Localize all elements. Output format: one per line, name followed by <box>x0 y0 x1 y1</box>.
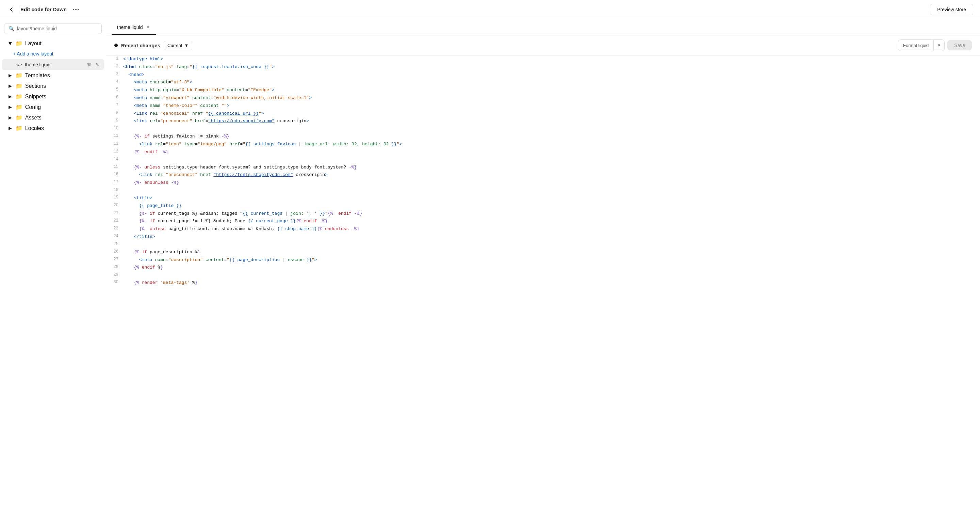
sidebar-item-layout[interactable]: ▼ 📁 Layout <box>2 38 104 49</box>
code-line: 20 {{ page_title }} <box>106 202 980 210</box>
sidebar-label-templates: Templates <box>25 73 50 79</box>
folder-icon-snippets: 📁 <box>16 93 22 100</box>
chevron-right-icon-locales: ► <box>8 125 13 131</box>
chevron-down-icon: ▼ <box>8 40 13 47</box>
sidebar-item-snippets[interactable]: ► 📁 Snippets <box>2 91 104 102</box>
file-item-theme-liquid[interactable]: </> theme.liquid 🗑 ✎ <box>2 59 104 70</box>
code-line: 1 <!doctype html> <box>106 56 980 63</box>
code-line: 13 {%- endif -%} <box>106 148 980 156</box>
chevron-right-icon-config: ► <box>8 104 13 110</box>
search-box[interactable]: 🔍 <box>4 23 102 34</box>
code-line: 12 <link rel="icon" type="image/png" hre… <box>106 140 980 148</box>
sidebar-item-templates[interactable]: ► 📁 Templates <box>2 70 104 81</box>
recent-changes-label: Recent changes <box>121 43 160 48</box>
code-line: 6 <meta name="viewport" content="width=d… <box>106 94 980 102</box>
more-menu-button[interactable] <box>71 8 81 11</box>
folder-icon-assets: 📁 <box>16 115 22 121</box>
code-line: 27 <meta name="description" content="{{ … <box>106 256 980 264</box>
code-line: 11 {%- if settings.favicon != blank -%} <box>106 133 980 140</box>
sidebar-label-snippets: Snippets <box>25 94 46 100</box>
chevron-right-icon: ► <box>8 73 13 79</box>
code-line: 14 <box>106 156 980 164</box>
code-line: 26 {% if page_description %} <box>106 248 980 256</box>
tab-bar: theme.liquid ✕ <box>106 19 980 35</box>
chevron-right-icon-sections: ► <box>8 83 13 89</box>
preview-store-button[interactable]: Preview store <box>930 4 973 15</box>
code-line: 8 <link rel="canonical" href="{{ canonic… <box>106 110 980 118</box>
folder-icon-config: 📁 <box>16 104 22 110</box>
edit-file-button[interactable]: ✎ <box>94 61 100 68</box>
recent-changes-section: Recent changes Current ▼ <box>115 41 192 50</box>
delete-file-button[interactable]: 🗑 <box>86 61 92 68</box>
add-layout-link[interactable]: + Add a new layout <box>2 49 104 59</box>
back-button[interactable] <box>7 5 16 14</box>
folder-icon-locales: 📁 <box>16 125 22 131</box>
sidebar-item-locales[interactable]: ► 📁 Locales <box>2 123 104 134</box>
file-icon: </> <box>16 62 22 67</box>
code-line: 28 {% endif %} <box>106 264 980 272</box>
code-line: 7 <meta name="theme-color" content=""> <box>106 102 980 110</box>
code-line: 17 {%- endunless -%} <box>106 179 980 187</box>
sidebar-item-sections[interactable]: ► 📁 Sections <box>2 81 104 91</box>
tab-label-theme-liquid: theme.liquid <box>117 24 143 30</box>
code-line: 3 <head> <box>106 71 980 79</box>
current-label: Current <box>167 43 182 48</box>
chevron-down-icon: ▼ <box>184 43 189 48</box>
topbar: Edit code for Dawn Preview store <box>0 0 980 19</box>
code-line: 18 <box>106 187 980 194</box>
file-label-theme-liquid: theme.liquid <box>25 62 51 67</box>
toolbar-right: Format liquid ▼ Save <box>898 40 972 51</box>
code-line: 30 {% render 'meta-tags' %} <box>106 279 980 287</box>
sidebar-label-locales: Locales <box>25 125 44 131</box>
code-line: 22 {%- if current_page != 1 %} &ndash; P… <box>106 218 980 225</box>
folder-icon: 📁 <box>16 40 22 47</box>
format-liquid-label[interactable]: Format liquid <box>898 40 933 50</box>
code-line: 5 <meta http-equiv="X-UA-Compatible" con… <box>106 86 980 94</box>
code-line: 25 <box>106 241 980 248</box>
save-button[interactable]: Save <box>947 40 972 50</box>
content-area: theme.liquid ✕ Recent changes Current ▼ … <box>106 19 980 516</box>
code-line: 21 {%- if current_tags %} &ndash; tagged… <box>106 210 980 218</box>
code-line: 24 </title> <box>106 233 980 241</box>
search-icon: 🔍 <box>8 26 14 31</box>
page-title: Edit code for Dawn <box>21 6 67 12</box>
code-line: 2 <html class="no-js" lang="{{ request.l… <box>106 63 980 71</box>
code-editor[interactable]: 1 <!doctype html> 2 <html class="no-js" … <box>106 56 980 516</box>
close-tab-button[interactable]: ✕ <box>146 24 150 30</box>
sidebar-item-assets[interactable]: ► 📁 Assets <box>2 112 104 123</box>
recent-changes-dot <box>115 43 118 47</box>
sidebar-label-sections: Sections <box>25 83 46 89</box>
chevron-right-icon-assets: ► <box>8 115 13 121</box>
sidebar-label-config: Config <box>25 104 41 110</box>
code-line: 23 {%- unless page_title contains shop.n… <box>106 225 980 233</box>
topbar-left: Edit code for Dawn <box>7 5 81 14</box>
code-line: 4 <meta charset="utf-8"> <box>106 79 980 86</box>
format-chevron-icon[interactable]: ▼ <box>934 41 944 50</box>
code-line: 29 <box>106 272 980 279</box>
main-layout: 🔍 ▼ 📁 Layout + Add a new layout </> them… <box>0 19 980 516</box>
code-line: 15 {%- unless settings.type_header_font.… <box>106 164 980 172</box>
sidebar-label-assets: Assets <box>25 115 41 121</box>
current-dropdown[interactable]: Current ▼ <box>164 41 192 50</box>
editor-toolbar: Recent changes Current ▼ Format liquid ▼… <box>106 35 980 56</box>
folder-icon-sections: 📁 <box>16 83 22 89</box>
format-liquid-button[interactable]: Format liquid ▼ <box>898 40 945 51</box>
code-line: 19 <title> <box>106 194 980 202</box>
code-line: 9 <link rel="preconnect" href="https://c… <box>106 118 980 125</box>
tab-theme-liquid[interactable]: theme.liquid ✕ <box>111 20 156 35</box>
code-line: 10 <box>106 125 980 133</box>
sidebar: 🔍 ▼ 📁 Layout + Add a new layout </> them… <box>0 19 106 516</box>
code-line: 16 <link rel="preconnect" href="https://… <box>106 171 980 179</box>
chevron-right-icon-snippets: ► <box>8 94 13 100</box>
sidebar-item-config[interactable]: ► 📁 Config <box>2 102 104 112</box>
search-input[interactable] <box>17 26 97 31</box>
folder-icon-templates: 📁 <box>16 72 22 79</box>
sidebar-label-layout: Layout <box>25 40 41 47</box>
